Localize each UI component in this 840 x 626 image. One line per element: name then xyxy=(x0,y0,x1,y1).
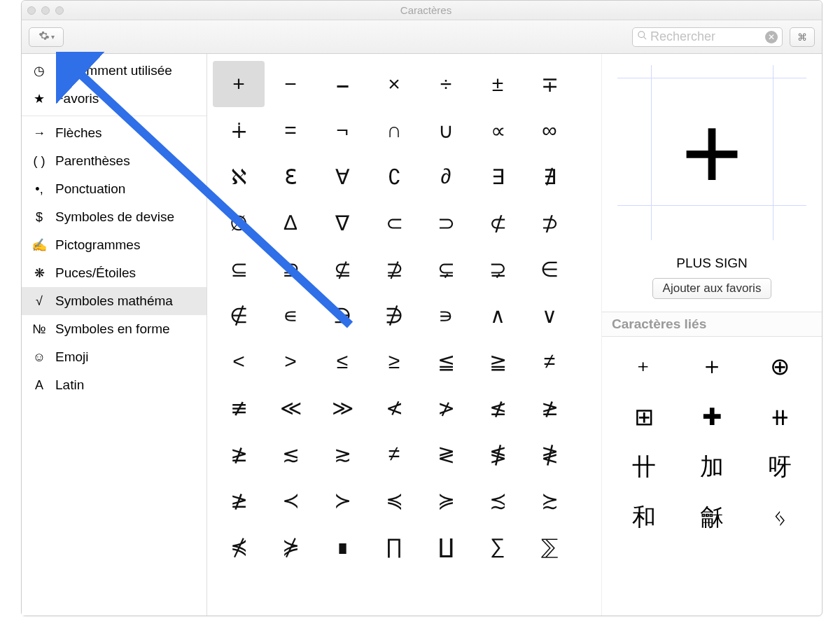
character-cell[interactable]: ∌ xyxy=(368,292,420,338)
character-cell[interactable]: ≸ xyxy=(472,431,524,477)
sidebar-item-category[interactable]: ❋Puces/Étoiles xyxy=(22,259,206,287)
character-cell[interactable]: ℵ xyxy=(213,153,265,200)
related-character-cell[interactable]: ＋ xyxy=(678,341,746,391)
character-cell[interactable]: ∁ xyxy=(368,153,420,200)
character-cell[interactable]: ¬ xyxy=(316,107,368,153)
character-cell[interactable]: − xyxy=(265,61,316,107)
minimize-window-button[interactable] xyxy=(41,6,50,15)
character-cell[interactable]: ∉ xyxy=(213,292,265,338)
related-character-cell[interactable]: ⧺ xyxy=(746,391,813,442)
character-cell[interactable]: ≹ xyxy=(524,431,575,477)
character-cell[interactable]: ∝ xyxy=(472,107,524,153)
character-cell[interactable]: ∐ xyxy=(420,523,472,569)
sidebar-item-category[interactable]: →Flèches xyxy=(22,119,206,147)
character-cell[interactable]: ∎ xyxy=(316,523,368,569)
character-cell[interactable]: ∧ xyxy=(472,292,524,338)
character-cell[interactable]: ≠ xyxy=(524,338,575,384)
related-character-cell[interactable]: ⊕ xyxy=(746,341,813,391)
character-cell[interactable]: ∍ xyxy=(420,292,472,338)
character-cell[interactable]: ∀ xyxy=(316,153,368,200)
character-cell[interactable]: ∆ xyxy=(265,200,316,246)
character-cell[interactable]: ∅ xyxy=(213,200,265,246)
character-cell[interactable]: ⊃ xyxy=(420,200,472,246)
sidebar-item-category[interactable]: ( )Parenthèses xyxy=(22,147,206,175)
character-cell[interactable]: ≠ xyxy=(368,431,420,477)
character-cell[interactable]: ∓ xyxy=(524,61,575,107)
character-cell[interactable]: ∑ xyxy=(472,523,524,569)
related-character-cell[interactable]: 呀 xyxy=(746,442,813,492)
character-cell[interactable]: ⊅ xyxy=(524,200,575,246)
add-to-favorites-button[interactable]: Ajouter aux favoris xyxy=(652,278,772,299)
character-cell[interactable]: ≦ xyxy=(420,338,472,384)
character-cell[interactable]: ∏ xyxy=(368,523,420,569)
character-cell[interactable]: ≻ xyxy=(316,477,368,523)
zoom-window-button[interactable] xyxy=(55,6,64,15)
character-cell[interactable]: ≯ xyxy=(420,384,472,431)
character-cell[interactable]: ⊉ xyxy=(368,246,420,292)
related-character-cell[interactable]: 卄 xyxy=(610,442,678,492)
character-cell[interactable]: ℇ xyxy=(265,153,316,200)
character-cell[interactable]: ⊆ xyxy=(213,246,265,292)
character-cell[interactable]: < xyxy=(213,338,265,384)
character-cell[interactable]: ≤ xyxy=(316,338,368,384)
search-field[interactable]: ✕ xyxy=(632,27,783,47)
character-cell[interactable]: ⊄ xyxy=(472,200,524,246)
character-cell[interactable]: ± xyxy=(472,61,524,107)
character-cell[interactable]: ∨ xyxy=(524,292,575,338)
sidebar-item-favorites[interactable]: ★Favoris xyxy=(22,85,206,113)
character-cell[interactable]: ∊ xyxy=(265,292,316,338)
character-cell[interactable]: ⊊ xyxy=(420,246,472,292)
related-character-cell[interactable]: 和 xyxy=(610,492,678,543)
character-cell[interactable]: ≪ xyxy=(265,384,316,431)
character-cell[interactable]: ≱ xyxy=(213,477,265,523)
related-character-cell[interactable]: ✚ xyxy=(678,391,746,442)
character-cell[interactable]: ≱ xyxy=(524,384,575,431)
character-cell[interactable]: ≰ xyxy=(472,384,524,431)
character-grid-scroll[interactable]: +−‒×÷±∓∔=¬∩∪∝∞ℵℇ∀∁∂∃∄∅∆∇⊂⊃⊄⊅⊆⊇⊈⊉⊊⊋∈∉∊∋∌∍… xyxy=(207,54,601,615)
character-cell[interactable]: ≳ xyxy=(316,431,368,477)
character-cell[interactable]: ∋ xyxy=(316,292,368,338)
character-cell[interactable]: ≲ xyxy=(265,431,316,477)
character-cell[interactable]: + xyxy=(213,61,265,107)
sidebar-item-category[interactable]: $Symboles de devise xyxy=(22,203,206,231)
character-cell[interactable]: ≿ xyxy=(524,477,575,523)
character-cell[interactable]: ∞ xyxy=(524,107,575,153)
character-cell[interactable]: ≧ xyxy=(472,338,524,384)
character-cell[interactable]: ⋡ xyxy=(265,523,316,569)
character-cell[interactable]: ≼ xyxy=(368,477,420,523)
character-cell[interactable]: ∃ xyxy=(472,153,524,200)
sidebar-item-category[interactable]: ✍Pictogrammes xyxy=(22,231,206,259)
related-character-cell[interactable]: ⊞ xyxy=(610,391,678,442)
character-cell[interactable]: ⊂ xyxy=(368,200,420,246)
character-cell[interactable]: ≽ xyxy=(420,477,472,523)
character-cell[interactable]: ⊋ xyxy=(472,246,524,292)
close-window-button[interactable] xyxy=(27,6,36,15)
character-cell[interactable]: = xyxy=(265,107,316,153)
sidebar-item-category[interactable]: •,Ponctuation xyxy=(22,175,206,203)
character-cell[interactable]: ∈ xyxy=(524,246,575,292)
search-input[interactable] xyxy=(650,29,762,44)
character-cell[interactable]: ∩ xyxy=(368,107,420,153)
character-cell[interactable]: ≱ xyxy=(213,431,265,477)
character-cell[interactable]: ≷ xyxy=(420,431,472,477)
related-character-cell[interactable]: 加 xyxy=(678,442,746,492)
sidebar-item-category[interactable]: №Symboles en forme xyxy=(22,315,206,343)
character-cell[interactable]: ‒ xyxy=(316,61,368,107)
character-cell[interactable]: ∪ xyxy=(420,107,472,153)
character-cell[interactable]: ⅀ xyxy=(524,523,575,569)
character-cell[interactable]: ≺ xyxy=(265,477,316,523)
character-cell[interactable]: ≫ xyxy=(316,384,368,431)
related-character-cell[interactable]: ﹢ xyxy=(610,341,678,391)
sidebar-item-category[interactable]: ALatin xyxy=(22,371,206,399)
character-cell[interactable]: ≥ xyxy=(368,338,420,384)
character-cell[interactable]: × xyxy=(368,61,420,107)
character-cell[interactable]: ≮ xyxy=(368,384,420,431)
sidebar-item-category[interactable]: ☺Emoji xyxy=(22,343,206,371)
sidebar-item-recent[interactable]: ◷Récemment utilisée xyxy=(22,57,206,85)
character-cell[interactable]: ∔ xyxy=(213,107,265,153)
related-character-cell[interactable]: 龢 xyxy=(678,492,746,543)
clear-search-icon[interactable]: ✕ xyxy=(765,31,778,43)
character-cell[interactable]: ⊇ xyxy=(265,246,316,292)
character-cell[interactable]: ÷ xyxy=(420,61,472,107)
toggle-keyboard-view-button[interactable]: ⌘ xyxy=(790,27,815,47)
